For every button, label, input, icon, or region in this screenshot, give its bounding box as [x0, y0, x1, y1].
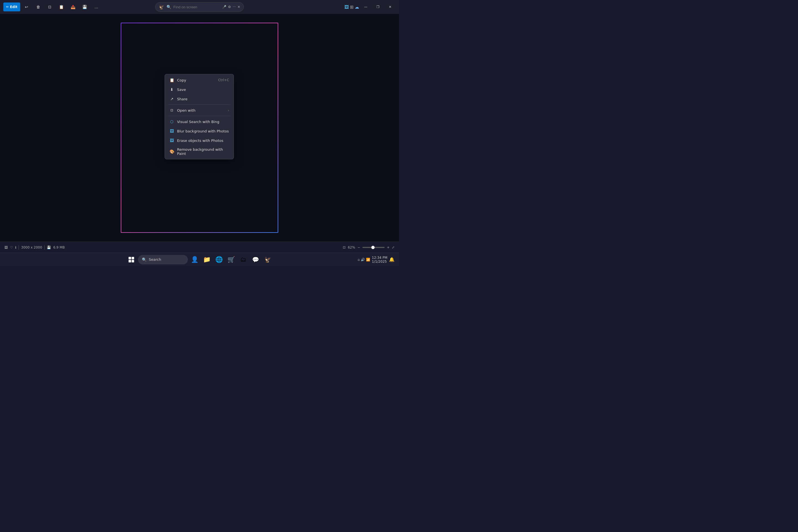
notifications-icon[interactable]: 🔔: [389, 257, 395, 262]
share-label: Share: [177, 97, 229, 101]
file-size-label: 6.9 MB: [53, 246, 64, 249]
address-bar[interactable]: 🦅 🔍 🎤 ⚙ ··· ✕: [155, 2, 244, 12]
open-with-icon: ⊡: [169, 108, 174, 113]
close-button[interactable]: ✕: [385, 2, 396, 11]
search-label: Search: [149, 258, 161, 262]
status-bar: 🖼 ♡ ℹ 3000 x 2000 💾 6.9 MB ⊡ 62% − + ⤢: [0, 242, 399, 253]
context-menu: 📋 Copy Ctrl+C ⬇ Save ↗ Share ⊡ Open with…: [165, 74, 234, 159]
blur-bg-label: Blur background with Photos: [177, 129, 229, 133]
blur-bg-icon: 🖼: [169, 129, 174, 134]
taskbar-person[interactable]: 👤: [189, 254, 200, 265]
svg-rect-39: [129, 257, 131, 259]
taskbar-search[interactable]: 🔍 Search: [138, 255, 188, 264]
divider-1: [19, 245, 19, 250]
share-button[interactable]: 📤: [68, 2, 78, 11]
svg-rect-42: [132, 260, 134, 262]
app-icon: 🦅: [159, 4, 164, 10]
menu-item-blur-bg[interactable]: 🖼 Blur background with Photos: [166, 126, 232, 136]
zoom-slider[interactable]: [362, 247, 385, 248]
favorite-icon[interactable]: ♡: [10, 246, 13, 249]
cloud-icon: ☁: [355, 4, 359, 10]
save-label: Save: [177, 88, 229, 92]
status-left: 🖼 ♡ ℹ 3000 x 2000 💾 6.9 MB: [4, 245, 65, 250]
erase-icon: 🖼: [169, 138, 174, 143]
find-on-screen-input[interactable]: [173, 5, 220, 9]
gallery-icon: ⊞: [350, 4, 354, 10]
more-button[interactable]: ...: [91, 2, 102, 11]
restore-button[interactable]: ❐: [373, 2, 383, 11]
mic-icon[interactable]: 🎤: [222, 5, 226, 9]
menu-item-visual-search[interactable]: ⬡ Visual Search with Bing: [166, 117, 232, 126]
expand-icon[interactable]: ⤢: [392, 246, 395, 249]
open-with-label: Open with: [177, 108, 225, 113]
taskbar-edge[interactable]: 🌐: [213, 254, 225, 265]
file-size-icon: 💾: [47, 246, 51, 249]
delete-button[interactable]: 🗑: [33, 2, 43, 11]
open-with-arrow: ›: [228, 109, 229, 112]
taskbar-teams[interactable]: 💬: [250, 254, 261, 265]
copy-icon: 📋: [169, 78, 174, 82]
info-btn[interactable]: ℹ: [15, 246, 17, 249]
menu-item-copy[interactable]: 📋 Copy Ctrl+C: [166, 75, 232, 85]
copy-button[interactable]: 📋: [56, 2, 67, 11]
zoom-out-icon[interactable]: −: [358, 246, 360, 249]
status-right: ⊡ 62% − + ⤢: [343, 246, 395, 249]
search-icon: 🔍: [167, 5, 171, 9]
undo-button[interactable]: ↩: [21, 2, 32, 11]
share-icon: ↗: [169, 96, 174, 101]
menu-item-share[interactable]: ↗ Share: [166, 94, 232, 103]
system-tray-icons: ⌂ 🔊 📶: [358, 258, 370, 262]
menu-item-save[interactable]: ⬇ Save: [166, 85, 232, 94]
copy-label: Copy: [177, 78, 215, 82]
window-controls: 🖼 ⊞ ☁ — ❐ ✕: [344, 2, 396, 11]
more-icon[interactable]: ···: [233, 5, 236, 9]
zoom-level: 62%: [348, 246, 355, 249]
save-icon: ⬇: [169, 87, 174, 92]
menu-item-erase-objects[interactable]: 🖼 Erase objects with Photos: [166, 136, 232, 145]
pencil-icon: ✏: [6, 5, 9, 9]
menu-item-open-with[interactable]: ⊡ Open with ›: [166, 106, 232, 115]
close-search-icon[interactable]: ✕: [238, 5, 240, 9]
copy-shortcut: Ctrl+C: [218, 78, 229, 82]
toolbar-left: ✏ Edit ↩ 🗑 ⊡ 📋 📤 💾 ...: [3, 2, 102, 11]
remove-bg-label: Remove background with Paint: [177, 147, 229, 156]
dimensions-label: 3000 x 2000: [21, 246, 42, 249]
bing-icon: ⬡: [169, 119, 174, 124]
title-bar: ✏ Edit ↩ 🗑 ⊡ 📋 📤 💾 ... 🦅 🔍 🎤 ⚙ ··· ✕ 🖼 ⊞…: [0, 0, 399, 14]
menu-item-remove-bg[interactable]: 🎨 Remove background with Paint: [166, 145, 232, 158]
menu-separator-1: [168, 104, 230, 105]
taskbar-store[interactable]: 🛒: [226, 254, 236, 265]
start-button[interactable]: [126, 254, 137, 265]
svg-rect-40: [132, 257, 134, 259]
zoom-in-icon[interactable]: +: [387, 246, 390, 249]
erase-label: Erase objects with Photos: [177, 138, 229, 143]
paint-icon: 🎨: [169, 149, 174, 154]
photos-icon: 🖼: [344, 4, 349, 10]
search-icon: 🔍: [142, 258, 147, 262]
main-area: 📋 Copy Ctrl+C ⬇ Save ↗ Share ⊡ Open with…: [0, 14, 399, 242]
menu-separator-2: [168, 116, 230, 116]
crop-button[interactable]: ⊡: [44, 2, 55, 11]
taskbar-files[interactable]: 🗂: [238, 254, 249, 265]
edit-button[interactable]: ✏ Edit: [3, 2, 20, 11]
clock: 12:34 PM1/1/2025: [372, 256, 387, 264]
taskbar-folders[interactable]: 📁: [201, 254, 212, 265]
zoom-thumb: [371, 246, 375, 249]
taskbar-center: 🔍 Search 👤 📁 🌐 🛒 🗂 💬 🦅: [126, 254, 273, 265]
save-button[interactable]: 💾: [79, 2, 90, 11]
visual-search-label: Visual Search with Bing: [177, 120, 229, 124]
svg-rect-41: [129, 260, 131, 262]
settings-icon[interactable]: ⚙: [228, 5, 231, 9]
info-icon[interactable]: 🖼: [4, 246, 8, 249]
taskbar-photos-app[interactable]: 🦅: [262, 254, 273, 265]
minimize-button[interactable]: —: [360, 2, 371, 11]
taskbar-right: ⌂ 🔊 📶 12:34 PM1/1/2025 🔔: [358, 256, 395, 264]
taskbar: 🔍 Search 👤 📁 🌐 🛒 🗂 💬 🦅 ⌂ 🔊 📶 12:34 PM1/1…: [0, 253, 399, 266]
fullscreen-icon[interactable]: ⊡: [343, 246, 345, 249]
image-container[interactable]: 📋 Copy Ctrl+C ⬇ Save ↗ Share ⊡ Open with…: [120, 22, 279, 233]
